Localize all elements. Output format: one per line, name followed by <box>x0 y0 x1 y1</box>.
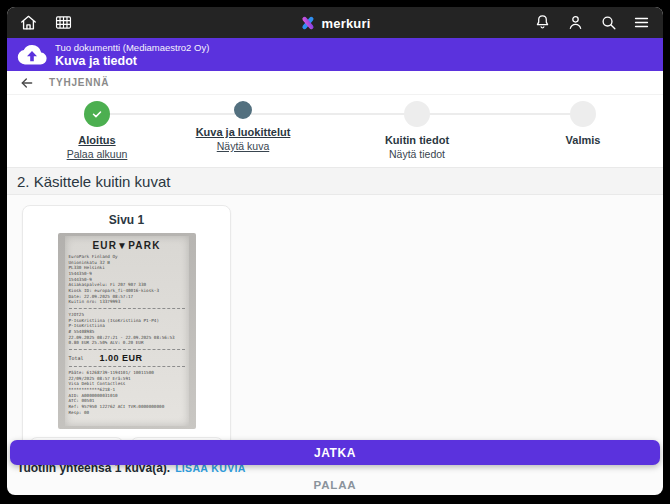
check-icon <box>90 107 104 121</box>
continue-button[interactable]: JATKA <box>10 440 660 465</box>
app-window: merkuri Tuo dokumentti (Mediamaestro2 O <box>7 7 663 495</box>
sub-toolbar: TYHJENNÄ <box>7 71 663 95</box>
step-kuitin-tiedot: Kuitin tiedot Näytä tiedot <box>337 101 497 160</box>
notifications-bell-icon[interactable] <box>533 13 552 32</box>
receipt-divider <box>69 349 185 350</box>
apps-grid-icon[interactable] <box>54 13 73 32</box>
step-kuva-ja-luokittelut: Kuva ja luokittelut Näytä kuva <box>163 101 323 152</box>
back-arrow-icon[interactable] <box>19 75 35 91</box>
receipt-merchant-logo: EUR▼PARK <box>69 240 185 251</box>
receipt-divider <box>69 308 185 309</box>
receipt-total-label: Total <box>69 355 84 361</box>
home-icon[interactable] <box>19 13 38 32</box>
top-bar: merkuri <box>7 7 663 38</box>
merkuri-logo-mark <box>299 14 316 31</box>
progress-stepper: Aloitus Palaa alkuun Kuva ja luokittelut… <box>7 95 663 167</box>
step-done-circle <box>84 101 110 127</box>
import-banner: Tuo dokumentti (Mediamaestro2 Oy) Kuva j… <box>7 38 663 71</box>
step-link-nayta-kuva[interactable]: Näytä kuva <box>163 140 323 152</box>
app-name: merkuri <box>321 15 370 30</box>
receipt-image[interactable]: EUR▼PARK EuroPark Finland OyUnioninkatu … <box>58 233 196 429</box>
step-label: Aloitus <box>17 134 177 146</box>
step-label: Valmis <box>503 134 663 146</box>
banner-title: Kuva ja tiedot <box>55 54 209 68</box>
step-active-circle <box>234 101 252 119</box>
step-sublabel: Näytä tiedot <box>337 148 497 160</box>
page-title: Sivu 1 <box>29 211 224 233</box>
receipt-total-row: Total 1.00 EUR <box>69 353 185 363</box>
step-aloitus: Aloitus Palaa alkuun <box>17 101 177 160</box>
receipt-payment-lines: Pääte: 61268739-1194101/ 1001150022/09/2… <box>69 370 185 415</box>
clear-button[interactable]: TYHJENNÄ <box>49 77 109 88</box>
step-pending-circle <box>570 101 596 127</box>
content-area: Sivu 1 EUR▼PARK EuroPark Finland OyUnion… <box>7 195 663 457</box>
receipt-header-lines: EuroPark Finland OyUnioninkatu 32 BPL330… <box>69 254 185 305</box>
receipt-paper: EUR▼PARK EuroPark Finland OyUnioninkatu … <box>65 236 189 426</box>
merkuri-logo: merkuri <box>299 14 370 31</box>
receipt-page-card: Sivu 1 EUR▼PARK EuroPark Finland OyUnion… <box>22 205 231 453</box>
step-valmis: Valmis <box>503 101 663 146</box>
search-icon[interactable] <box>599 13 618 32</box>
account-person-icon[interactable] <box>566 13 585 32</box>
receipt-divider <box>69 366 185 367</box>
cloud-upload-icon <box>17 41 47 68</box>
step-link-palaa-alkuun[interactable]: Palaa alkuun <box>17 148 177 160</box>
banner-subtitle: Tuo dokumentti (Mediamaestro2 Oy) <box>55 42 209 53</box>
back-button[interactable]: PALAA <box>7 475 663 495</box>
step-label: Kuitin tiedot <box>337 134 497 146</box>
step-label: Kuva ja luokittelut <box>163 126 323 138</box>
step-pending-circle <box>404 101 430 127</box>
section-heading: 2. Käsittele kuitin kuvat <box>7 167 663 195</box>
receipt-total-value: 1.00 EUR <box>100 353 143 363</box>
receipt-ticket-lines: YJOT25P-IsoKristiina (IsoKristiina P1-P4… <box>69 312 185 346</box>
menu-hamburger-icon[interactable] <box>632 13 651 32</box>
